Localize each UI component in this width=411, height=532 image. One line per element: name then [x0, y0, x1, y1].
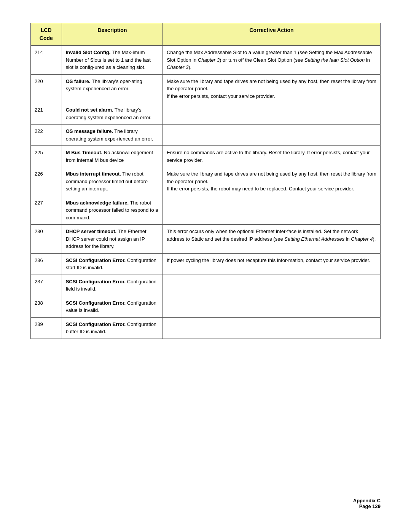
description-cell: SCSI Configuration Error. Configuration …	[62, 253, 162, 275]
action-cell	[163, 275, 381, 296]
lcd-code-cell: 225	[31, 146, 62, 167]
lcd-code-cell: 222	[31, 125, 62, 146]
header-description: Description	[62, 23, 162, 46]
action-cell	[163, 296, 381, 317]
action-cell: Make sure the library and tape drives ar…	[163, 167, 381, 196]
action-cell	[163, 196, 381, 225]
footer-line1: Appendix C	[353, 498, 381, 503]
description-cell: Invalid Slot Config. The Max-imum Number…	[62, 46, 162, 75]
lcd-code-cell: 239	[31, 317, 62, 339]
main-table: LCDCode Description Corrective Action 21…	[30, 23, 381, 339]
action-cell	[163, 103, 381, 125]
page-container: LCDCode Description Corrective Action 21…	[0, 0, 411, 369]
table-row: 236SCSI Configuration Error. Configurati…	[31, 253, 381, 275]
table-row: 222OS message failure. The library opera…	[31, 125, 381, 146]
table-header-row: LCDCode Description Corrective Action	[31, 23, 381, 46]
action-cell: If power cycling the library does not re…	[163, 253, 381, 275]
lcd-code-cell: 236	[31, 253, 62, 275]
description-cell: M Bus Timeout. No acknowl-edgement from …	[62, 146, 162, 167]
lcd-code-cell: 238	[31, 296, 62, 317]
lcd-code-cell: 227	[31, 196, 62, 225]
table-row: 239SCSI Configuration Error. Configurati…	[31, 317, 381, 339]
lcd-code-cell: 226	[31, 167, 62, 196]
action-cell: Make sure the library and tape drives ar…	[163, 74, 381, 103]
action-cell: This error occurs only when the optional…	[163, 225, 381, 254]
description-cell: DHCP server timeout. The Ethernet DHCP s…	[62, 225, 162, 254]
action-cell: Change the Max Addressable Slot to a val…	[163, 46, 381, 75]
action-cell: Ensure no commands are active to the lib…	[163, 146, 381, 167]
lcd-code-cell: 237	[31, 275, 62, 296]
description-cell: OS failure. The library's oper-ating sys…	[62, 74, 162, 103]
action-cell	[163, 317, 381, 339]
lcd-code-cell: 214	[31, 46, 62, 75]
description-cell: SCSI Configuration Error. Configuration …	[62, 317, 162, 339]
lcd-code-cell: 230	[31, 225, 62, 254]
description-cell: Mbus acknowledge failure. The robot comm…	[62, 196, 162, 225]
table-row: 230DHCP server timeout. The Ethernet DHC…	[31, 225, 381, 254]
table-row: 214Invalid Slot Config. The Max-imum Num…	[31, 46, 381, 75]
footer-line2: Page 129	[353, 503, 381, 509]
description-cell: SCSI Configuration Error. Configuration …	[62, 275, 162, 296]
table-row: 227Mbus acknowledge failure. The robot c…	[31, 196, 381, 225]
header-lcd-code: LCDCode	[31, 23, 62, 46]
lcd-code-cell: 221	[31, 103, 62, 125]
lcd-code-cell: 220	[31, 74, 62, 103]
description-cell: OS message failure. The library operatin…	[62, 125, 162, 146]
table-row: 225M Bus Timeout. No acknowl-edgement fr…	[31, 146, 381, 167]
table-row: 238SCSI Configuration Error. Configurati…	[31, 296, 381, 317]
description-cell: Mbus interrupt timeout. The robot comman…	[62, 167, 162, 196]
table-row: 221Could not set alarm. The library's op…	[31, 103, 381, 125]
table-row: 226Mbus interrupt timeout. The robot com…	[31, 167, 381, 196]
table-row: 220OS failure. The library's oper-ating …	[31, 74, 381, 103]
table-row: 237SCSI Configuration Error. Configurati…	[31, 275, 381, 296]
description-cell: SCSI Configuration Error. Configuration …	[62, 296, 162, 317]
header-corrective-action: Corrective Action	[163, 23, 381, 46]
action-cell	[163, 125, 381, 146]
description-cell: Could not set alarm. The library's opera…	[62, 103, 162, 125]
page-footer: Appendix C Page 129	[353, 498, 381, 509]
